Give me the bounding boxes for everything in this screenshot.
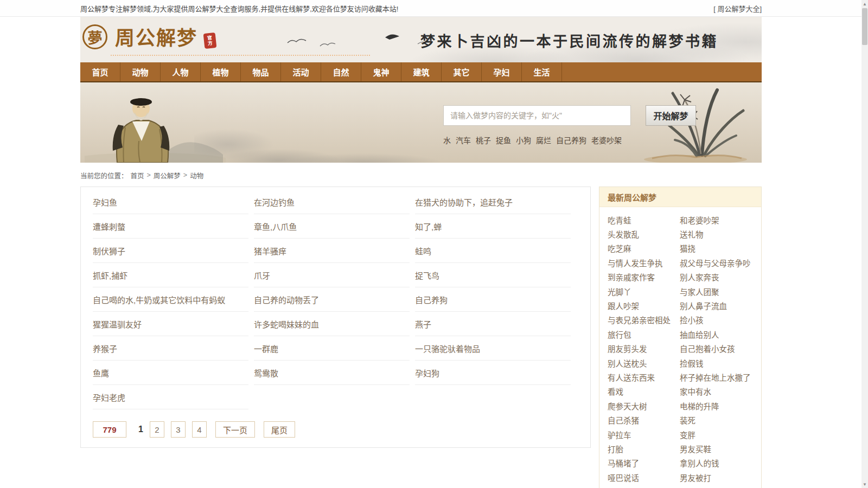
- dream-link[interactable]: 知了,蝉: [415, 221, 442, 232]
- hot-keyword[interactable]: 桃子: [476, 134, 491, 145]
- scrollbar-thumb[interactable]: [862, 8, 867, 45]
- dream-link[interactable]: 一只骆驼驮着物品: [415, 343, 480, 354]
- dream-link[interactable]: 孕妇狗: [415, 367, 439, 378]
- hot-keyword[interactable]: 汽车: [456, 134, 471, 145]
- dream-link[interactable]: 自己养狗: [415, 294, 448, 305]
- dream-link[interactable]: 孕妇鱼: [93, 196, 117, 208]
- dream-link[interactable]: 鸳鸯散: [254, 367, 278, 378]
- nav-item-8[interactable]: 建筑: [401, 62, 442, 81]
- nav-item-0[interactable]: 首页: [80, 62, 120, 81]
- hot-keyword[interactable]: 腐烂: [536, 134, 551, 145]
- latest-dream-link[interactable]: 送礼物: [680, 228, 704, 240]
- latest-dream-link[interactable]: 与表兄弟亲密相处: [608, 314, 671, 325]
- nav-item-10[interactable]: 孕妇: [482, 62, 522, 81]
- nav-item-4[interactable]: 物品: [241, 62, 281, 81]
- hot-keyword[interactable]: 自己养狗: [556, 134, 586, 145]
- latest-dream-link[interactable]: 和老婆吵架: [680, 214, 719, 226]
- dream-link[interactable]: 蛙鸣: [415, 245, 431, 256]
- latest-dream-link[interactable]: 光脚丫: [608, 286, 631, 297]
- breadcrumb-link[interactable]: 周公解梦: [154, 170, 181, 181]
- dream-link[interactable]: 养猴子: [93, 343, 117, 354]
- pagination-page-button[interactable]: 4: [192, 421, 207, 438]
- hot-keyword[interactable]: 小狗: [516, 134, 531, 145]
- dream-link[interactable]: 自己养的动物丢了: [254, 294, 319, 305]
- latest-dream-link[interactable]: 家中有水: [680, 386, 711, 397]
- hot-keyword[interactable]: 捉鱼: [496, 134, 511, 145]
- latest-dream-link[interactable]: 男友被打: [680, 472, 711, 483]
- pagination-page-button[interactable]: 3: [171, 421, 186, 438]
- latest-dream-link[interactable]: 自己抱着小女孩: [680, 343, 735, 354]
- dream-link[interactable]: 在猎犬的协助下，追赶兔子: [415, 196, 513, 208]
- search-button[interactable]: 开始解梦: [646, 105, 696, 126]
- latest-dream-link[interactable]: 拿别人的钱: [680, 457, 719, 468]
- hot-keyword[interactable]: 水: [443, 134, 451, 145]
- breadcrumb-link[interactable]: 首页: [131, 170, 144, 181]
- nav-item-3[interactable]: 植物: [201, 62, 241, 81]
- scrollbar-down-arrow[interactable]: ▼: [861, 480, 868, 488]
- latest-dream-link[interactable]: 别人家奔丧: [680, 271, 719, 282]
- latest-dream-link[interactable]: 男友买鞋: [680, 443, 711, 454]
- latest-dream-link[interactable]: 吃青蛙: [608, 214, 631, 226]
- pagination-last-button[interactable]: 尾页: [264, 421, 295, 438]
- dream-link[interactable]: 鱼鹰: [93, 367, 109, 378]
- latest-dream-link[interactable]: 跟人吵架: [608, 300, 639, 311]
- latest-dream-link[interactable]: 猫挠: [680, 242, 695, 254]
- dream-link[interactable]: 许多蛇喝妹妹的血: [254, 318, 319, 330]
- main-nav: 首页动物人物植物物品活动自然鬼神建筑其它孕妇生活: [80, 62, 762, 82]
- nav-item-6[interactable]: 自然: [321, 62, 361, 81]
- nav-item-1[interactable]: 动物: [120, 62, 161, 81]
- dream-link[interactable]: 制伏狮子: [93, 245, 125, 256]
- search-input[interactable]: [443, 105, 631, 126]
- logo-link[interactable]: 夢 周公解梦 官方: [82, 24, 216, 53]
- topbar-site-link[interactable]: [ 周公解梦大全]: [713, 3, 762, 14]
- latest-dream-link[interactable]: 爬参天大树: [608, 400, 647, 412]
- latest-dream-link[interactable]: 与家人团聚: [680, 286, 719, 297]
- latest-dream-link[interactable]: 哑巴说话: [608, 472, 639, 483]
- latest-dream-link[interactable]: 别人送枕头: [608, 357, 647, 369]
- nav-item-2[interactable]: 人物: [161, 62, 201, 81]
- latest-dream-link[interactable]: 电梯的升降: [680, 400, 719, 412]
- dream-link[interactable]: 捉飞鸟: [415, 269, 439, 281]
- latest-dream-link[interactable]: 吃芝麻: [608, 242, 631, 254]
- latest-dream-link[interactable]: 朋友剪头发: [608, 343, 647, 354]
- latest-dream-link[interactable]: 马桶堵了: [608, 457, 639, 468]
- dream-link[interactable]: 猩猩温驯友好: [93, 318, 142, 330]
- latest-dream-link[interactable]: 有人送东西来: [608, 371, 655, 383]
- latest-dream-link[interactable]: 与情人发生争执: [608, 257, 663, 268]
- latest-dream-link[interactable]: 杯子掉在地上水撒了: [680, 371, 751, 383]
- latest-dream-link[interactable]: 驴拉车: [608, 429, 631, 440]
- latest-dream-link[interactable]: 自己杀猪: [608, 414, 639, 426]
- pagination-page-button[interactable]: 2: [150, 421, 164, 438]
- latest-dream-link[interactable]: 打胎: [608, 443, 623, 454]
- nav-item-11[interactable]: 生活: [522, 62, 562, 81]
- nav-item-7[interactable]: 鬼神: [361, 62, 401, 81]
- latest-dream-link[interactable]: 捡假钱: [680, 357, 704, 369]
- scrollbar-up-arrow[interactable]: ▲: [861, 0, 868, 8]
- dream-link[interactable]: 自己喝的水,牛奶或其它饮料中有蚂蚁: [93, 294, 225, 305]
- dream-link[interactable]: 遭蜂刺螫: [93, 221, 125, 232]
- latest-dream-link[interactable]: 别人鼻子流血: [680, 300, 727, 311]
- breadcrumb-link[interactable]: 动物: [190, 170, 203, 181]
- latest-dream-link[interactable]: 旅行包: [608, 329, 631, 340]
- pagination-next-button[interactable]: 下一页: [215, 421, 255, 438]
- dream-link[interactable]: 燕子: [415, 318, 431, 330]
- dream-link[interactable]: 孕妇老虎: [93, 391, 125, 403]
- latest-dream-link[interactable]: 到亲戚家作客: [608, 271, 655, 282]
- nav-item-5[interactable]: 活动: [281, 62, 321, 81]
- dream-list-item: 养猴子: [93, 336, 248, 361]
- dream-link[interactable]: 在河边钓鱼: [254, 196, 295, 208]
- hot-keyword[interactable]: 老婆吵架: [591, 134, 622, 145]
- nav-item-9[interactable]: 其它: [442, 62, 482, 81]
- dream-link[interactable]: 一群鹿: [254, 343, 278, 354]
- dream-link[interactable]: 章鱼,八爪鱼: [254, 221, 297, 232]
- latest-dream-link[interactable]: 变胖: [680, 429, 695, 440]
- dream-link[interactable]: 爪牙: [254, 269, 270, 281]
- dream-link[interactable]: 抓虾,捕虾: [93, 269, 127, 281]
- latest-dream-link[interactable]: 抽血给别人: [680, 329, 719, 340]
- latest-dream-link[interactable]: 装死: [680, 414, 695, 426]
- latest-dream-link[interactable]: 叔父母与父母亲争吵: [680, 257, 751, 268]
- latest-dream-link[interactable]: 看戏: [608, 386, 623, 397]
- dream-link[interactable]: 猪羊骚痒: [254, 245, 286, 256]
- latest-dream-link[interactable]: 捡小孩: [680, 314, 704, 325]
- latest-dream-link[interactable]: 头发散乱: [608, 228, 639, 240]
